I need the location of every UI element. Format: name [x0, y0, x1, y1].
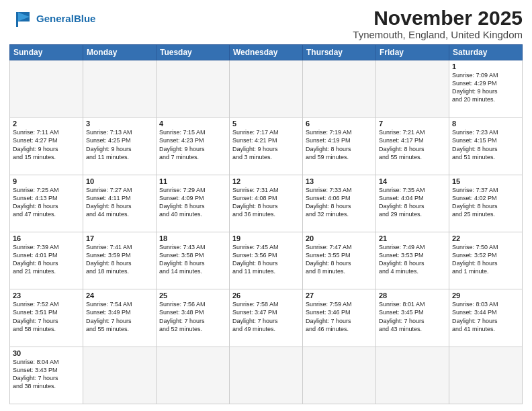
day-info: Sunrise: 7:31 AMSunset: 4:08 PMDaylight:…: [232, 186, 300, 219]
calendar-week-3: 9Sunrise: 7:25 AMSunset: 4:13 PMDaylight…: [10, 175, 523, 232]
day-info: Sunrise: 7:37 AMSunset: 4:02 PMDaylight:…: [452, 186, 519, 219]
calendar-day: 12Sunrise: 7:31 AMSunset: 4:08 PMDayligh…: [230, 175, 303, 232]
calendar-day: 17Sunrise: 7:41 AMSunset: 3:59 PMDayligh…: [83, 232, 157, 289]
day-info: Sunrise: 7:23 AMSunset: 4:15 PMDaylight:…: [452, 128, 519, 161]
day-number: 14: [379, 177, 446, 185]
logo: GeneralBlue: [9, 9, 95, 28]
day-info: Sunrise: 7:25 AMSunset: 4:13 PMDaylight:…: [13, 186, 80, 219]
calendar-day: 14Sunrise: 7:35 AMSunset: 4:04 PMDayligh…: [376, 175, 449, 232]
calendar-day: [83, 347, 157, 404]
calendar-day: 27Sunrise: 7:59 AMSunset: 3:46 PMDayligh…: [303, 289, 376, 347]
weekday-header-friday: Friday: [376, 45, 449, 60]
calendar-week-6: 30Sunrise: 8:04 AMSunset: 3:43 PMDayligh…: [10, 347, 523, 404]
calendar-day: 24Sunrise: 7:54 AMSunset: 3:49 PMDayligh…: [83, 289, 157, 347]
day-info: Sunrise: 7:59 AMSunset: 3:46 PMDaylight:…: [306, 300, 373, 333]
day-info: Sunrise: 8:01 AMSunset: 3:45 PMDaylight:…: [379, 300, 446, 333]
calendar-day: [230, 347, 303, 404]
calendar-week-5: 23Sunrise: 7:52 AMSunset: 3:51 PMDayligh…: [10, 289, 523, 347]
day-info: Sunrise: 7:19 AMSunset: 4:19 PMDaylight:…: [306, 128, 373, 161]
calendar-day: 28Sunrise: 8:01 AMSunset: 3:45 PMDayligh…: [376, 289, 449, 347]
day-info: Sunrise: 7:09 AMSunset: 4:29 PMDaylight:…: [452, 71, 519, 104]
calendar-day: [157, 60, 230, 118]
calendar-day: 23Sunrise: 7:52 AMSunset: 3:51 PMDayligh…: [10, 289, 83, 347]
day-info: Sunrise: 7:43 AMSunset: 3:58 PMDaylight:…: [159, 243, 226, 276]
svg-rect-2: [16, 12, 18, 27]
weekday-header-sunday: Sunday: [10, 45, 83, 60]
calendar-week-1: 1Sunrise: 7:09 AMSunset: 4:29 PMDaylight…: [10, 60, 523, 118]
day-info: Sunrise: 7:21 AMSunset: 4:17 PMDaylight:…: [379, 128, 446, 161]
weekday-header-monday: Monday: [83, 45, 157, 60]
calendar-day: 16Sunrise: 7:39 AMSunset: 4:01 PMDayligh…: [10, 232, 83, 289]
calendar-day: [449, 347, 523, 404]
calendar-day: 7Sunrise: 7:21 AMSunset: 4:17 PMDaylight…: [376, 118, 449, 175]
day-number: 24: [86, 291, 153, 300]
calendar-day: 30Sunrise: 8:04 AMSunset: 3:43 PMDayligh…: [10, 347, 83, 404]
calendar-day: [303, 347, 376, 404]
title-block: November 2025 Tynemouth, England, United…: [353, 7, 523, 40]
day-number: 8: [452, 120, 519, 128]
weekday-header-wednesday: Wednesday: [230, 45, 303, 60]
calendar-day: 22Sunrise: 7:50 AMSunset: 3:52 PMDayligh…: [449, 232, 523, 289]
day-info: Sunrise: 8:03 AMSunset: 3:44 PMDaylight:…: [452, 300, 519, 333]
day-info: Sunrise: 7:17 AMSunset: 4:21 PMDaylight:…: [232, 128, 300, 161]
calendar-day: [376, 60, 449, 118]
day-number: 23: [13, 291, 80, 300]
calendar-day: [10, 60, 83, 118]
calendar-day: 2Sunrise: 7:11 AMSunset: 4:27 PMDaylight…: [10, 118, 83, 175]
day-number: 2: [13, 120, 80, 128]
day-number: 30: [13, 349, 80, 357]
calendar-week-2: 2Sunrise: 7:11 AMSunset: 4:27 PMDaylight…: [10, 118, 523, 175]
weekday-header-tuesday: Tuesday: [157, 45, 230, 60]
calendar-day: [303, 60, 376, 118]
day-number: 12: [232, 177, 300, 185]
calendar-day: 9Sunrise: 7:25 AMSunset: 4:13 PMDaylight…: [10, 175, 83, 232]
calendar-day: 8Sunrise: 7:23 AMSunset: 4:15 PMDaylight…: [449, 118, 523, 175]
calendar-day: [230, 60, 303, 118]
calendar-day: 25Sunrise: 7:56 AMSunset: 3:48 PMDayligh…: [157, 289, 230, 347]
weekday-header-thursday: Thursday: [303, 45, 376, 60]
calendar-day: 11Sunrise: 7:29 AMSunset: 4:09 PMDayligh…: [157, 175, 230, 232]
day-number: 25: [159, 291, 226, 300]
day-info: Sunrise: 7:50 AMSunset: 3:52 PMDaylight:…: [452, 243, 519, 276]
day-info: Sunrise: 7:29 AMSunset: 4:09 PMDaylight:…: [159, 186, 226, 219]
calendar-day: 21Sunrise: 7:49 AMSunset: 3:53 PMDayligh…: [376, 232, 449, 289]
calendar-day: 10Sunrise: 7:27 AMSunset: 4:11 PMDayligh…: [83, 175, 157, 232]
calendar-day: 19Sunrise: 7:45 AMSunset: 3:56 PMDayligh…: [230, 232, 303, 289]
day-number: 22: [452, 234, 519, 242]
day-info: Sunrise: 8:04 AMSunset: 3:43 PMDaylight:…: [13, 358, 80, 391]
calendar-subtitle: Tynemouth, England, United Kingdom: [353, 29, 523, 40]
day-info: Sunrise: 7:13 AMSunset: 4:25 PMDaylight:…: [86, 128, 153, 161]
logo-text: GeneralBlue: [36, 13, 95, 25]
day-number: 13: [306, 177, 373, 185]
day-info: Sunrise: 7:33 AMSunset: 4:06 PMDaylight:…: [306, 186, 373, 219]
day-number: 21: [379, 234, 446, 242]
day-info: Sunrise: 7:27 AMSunset: 4:11 PMDaylight:…: [86, 186, 153, 219]
calendar-day: 1Sunrise: 7:09 AMSunset: 4:29 PMDaylight…: [449, 60, 523, 118]
day-info: Sunrise: 7:56 AMSunset: 3:48 PMDaylight:…: [159, 300, 226, 333]
day-number: 10: [86, 177, 153, 185]
generalblue-logo-icon: [9, 9, 34, 28]
calendar-title: November 2025: [353, 7, 523, 29]
calendar-body: 1Sunrise: 7:09 AMSunset: 4:29 PMDaylight…: [10, 60, 523, 404]
calendar-header: SundayMondayTuesdayWednesdayThursdayFrid…: [10, 45, 523, 60]
day-number: 18: [159, 234, 226, 242]
calendar-day: 26Sunrise: 7:58 AMSunset: 3:47 PMDayligh…: [230, 289, 303, 347]
calendar-day: 13Sunrise: 7:33 AMSunset: 4:06 PMDayligh…: [303, 175, 376, 232]
page: GeneralBlue November 2025 Tynemouth, Eng…: [0, 0, 532, 411]
weekday-header-row: SundayMondayTuesdayWednesdayThursdayFrid…: [10, 45, 523, 60]
day-number: 27: [306, 291, 373, 300]
calendar-day: 6Sunrise: 7:19 AMSunset: 4:19 PMDaylight…: [303, 118, 376, 175]
day-number: 1: [452, 62, 519, 71]
day-number: 15: [452, 177, 519, 185]
calendar-table: SundayMondayTuesdayWednesdayThursdayFrid…: [9, 44, 523, 404]
calendar-day: 20Sunrise: 7:47 AMSunset: 3:55 PMDayligh…: [303, 232, 376, 289]
day-number: 16: [13, 234, 80, 242]
day-info: Sunrise: 7:58 AMSunset: 3:47 PMDaylight:…: [232, 300, 300, 333]
day-number: 6: [306, 120, 373, 128]
day-info: Sunrise: 7:45 AMSunset: 3:56 PMDaylight:…: [232, 243, 300, 276]
calendar-day: 18Sunrise: 7:43 AMSunset: 3:58 PMDayligh…: [157, 232, 230, 289]
day-number: 19: [232, 234, 300, 242]
day-number: 5: [232, 120, 300, 128]
day-number: 17: [86, 234, 153, 242]
calendar-day: [376, 347, 449, 404]
